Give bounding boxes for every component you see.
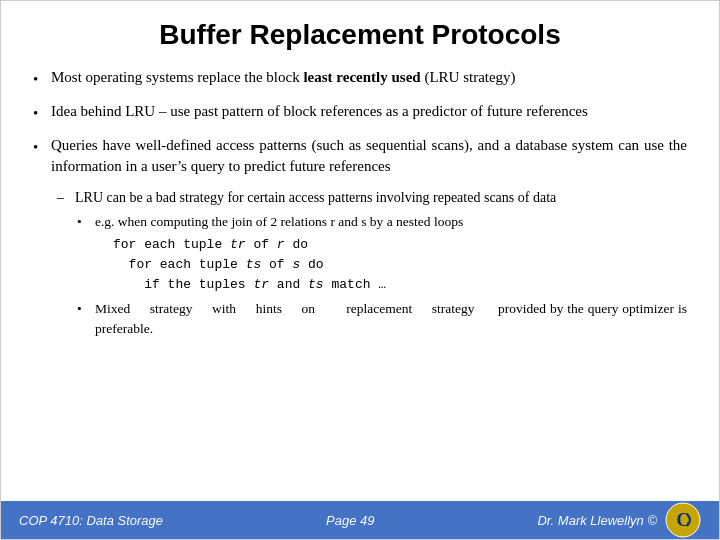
code-line-2: for each tuple ts of s do — [113, 255, 687, 275]
keyword-lru: least recently used — [303, 69, 420, 85]
bullet-text-2: Idea behind LRU – use past pattern of bl… — [51, 101, 687, 123]
svg-text:C: C — [677, 510, 690, 530]
bullet-dot-2: • — [33, 103, 51, 125]
slide-content: Buffer Replacement Protocols • Most oper… — [1, 1, 719, 501]
bullet-item-1: • Most operating systems replace the blo… — [33, 67, 687, 91]
code-line-1: for each tuple tr of r do — [113, 235, 687, 255]
bullet-dot-3: • — [33, 137, 51, 159]
sub-section: – LRU can be a bad strategy for certain … — [57, 188, 687, 339]
bullet-item-2: • Idea behind LRU – use past pattern of … — [33, 101, 687, 125]
sub-bullet-text: LRU can be a bad strategy for certain ac… — [75, 188, 687, 208]
bullet-text-1: Most operating systems replace the block… — [51, 67, 687, 89]
sub-sub-dot-1: • — [77, 212, 95, 232]
footer-page: Page 49 — [326, 513, 374, 528]
sub-sub-section: • e.g. when computing the join of 2 rela… — [77, 212, 687, 339]
sub-sub-item-2: • Mixed strategy with hints on replaceme… — [77, 299, 687, 340]
sub-dash: – — [57, 188, 75, 208]
bullet-dot-1: • — [33, 69, 51, 91]
footer-logo-icon: C — [665, 502, 701, 538]
footer-right-group: Dr. Mark Llewellyn © C — [537, 502, 701, 538]
slide: Buffer Replacement Protocols • Most oper… — [0, 0, 720, 540]
sub-sub-item-1: • e.g. when computing the join of 2 rela… — [77, 212, 687, 232]
slide-footer: COP 4710: Data Storage Page 49 Dr. Mark … — [1, 501, 719, 539]
sub-bullet-lru: – LRU can be a bad strategy for certain … — [57, 188, 687, 208]
code-line-3: if the tuples tr and ts match … — [113, 275, 687, 295]
footer-author: Dr. Mark Llewellyn © — [537, 513, 657, 528]
code-block: for each tuple tr of r do for each tuple… — [113, 235, 687, 295]
sub-sub-dot-2: • — [77, 299, 95, 319]
bullet-text-3: Queries have well-defined access pattern… — [51, 135, 687, 179]
bullet-item-3: • Queries have well-defined access patte… — [33, 135, 687, 179]
slide-title: Buffer Replacement Protocols — [33, 19, 687, 51]
sub-sub-text-2: Mixed strategy with hints on replacement… — [95, 299, 687, 340]
footer-course: COP 4710: Data Storage — [19, 513, 163, 528]
bullet-list: • Most operating systems replace the blo… — [33, 67, 687, 178]
sub-sub-text-1: e.g. when computing the join of 2 relati… — [95, 212, 463, 232]
